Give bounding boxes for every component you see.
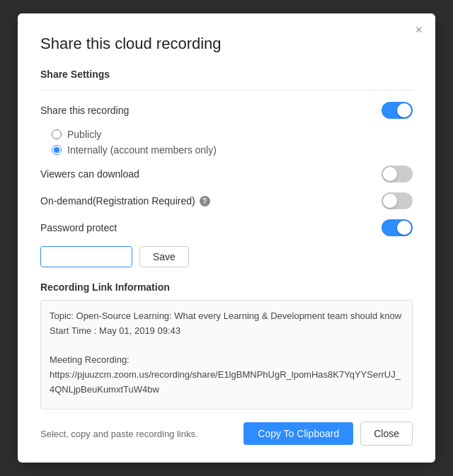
modal-title: Share this cloud recording <box>40 35 413 53</box>
password-input-row: Save <box>40 246 413 267</box>
on-demand-row: On-demand(Registration Required) ? <box>40 192 413 209</box>
viewers-download-toggle[interactable] <box>382 166 413 182</box>
viewers-download-toggle-track[interactable] <box>382 166 413 182</box>
on-demand-label: On-demand(Registration Required) ? <box>40 195 210 207</box>
on-demand-toggle-track[interactable] <box>382 192 413 209</box>
modal: × Share this cloud recording Share Setti… <box>18 13 435 463</box>
publicly-label: Publicly <box>67 129 101 140</box>
password-protect-toggle[interactable] <box>382 219 413 236</box>
publicly-option[interactable]: Publicly <box>52 129 413 140</box>
on-demand-toggle-thumb <box>383 194 397 208</box>
divider <box>40 90 413 91</box>
footer-hint: Select, copy and paste recording links. <box>40 429 198 439</box>
share-recording-toggle[interactable] <box>382 102 413 119</box>
link-section-title: Recording Link Information <box>40 281 413 293</box>
share-recording-label: Share this recording <box>40 105 129 116</box>
recording-link-textarea[interactable]: Topic: Open-Source Learning: What every … <box>40 300 413 410</box>
viewers-download-toggle-thumb <box>383 167 397 181</box>
close-icon-button[interactable]: × <box>415 23 423 36</box>
internally-radio[interactable] <box>52 145 62 155</box>
on-demand-info-icon: ? <box>200 196 210 207</box>
viewers-download-row: Viewers can download <box>40 166 413 182</box>
password-protect-toggle-track[interactable] <box>382 219 413 236</box>
visibility-radio-group: Publicly Internally (account members onl… <box>40 129 413 156</box>
share-recording-toggle-thumb <box>397 103 411 117</box>
viewers-download-label: Viewers can download <box>40 168 139 180</box>
on-demand-toggle[interactable] <box>382 192 413 209</box>
copy-to-clipboard-button[interactable]: Copy To Clipboard <box>243 422 353 445</box>
share-recording-row: Share this recording <box>40 102 413 119</box>
password-protect-label: Password protect <box>40 222 117 233</box>
share-settings-section-title: Share Settings <box>40 69 413 80</box>
internally-option[interactable]: Internally (account members only) <box>52 144 413 156</box>
password-protect-toggle-thumb <box>397 221 411 235</box>
modal-footer: Select, copy and paste recording links. … <box>40 422 413 446</box>
internally-label: Internally (account members only) <box>67 144 217 156</box>
share-recording-toggle-track[interactable] <box>382 102 413 119</box>
password-protect-row: Password protect <box>40 219 413 236</box>
publicly-radio[interactable] <box>52 129 62 139</box>
footer-actions: Copy To Clipboard Close <box>243 422 413 446</box>
password-input[interactable] <box>40 246 132 267</box>
close-button[interactable]: Close <box>360 422 413 446</box>
save-password-button[interactable]: Save <box>139 246 189 267</box>
